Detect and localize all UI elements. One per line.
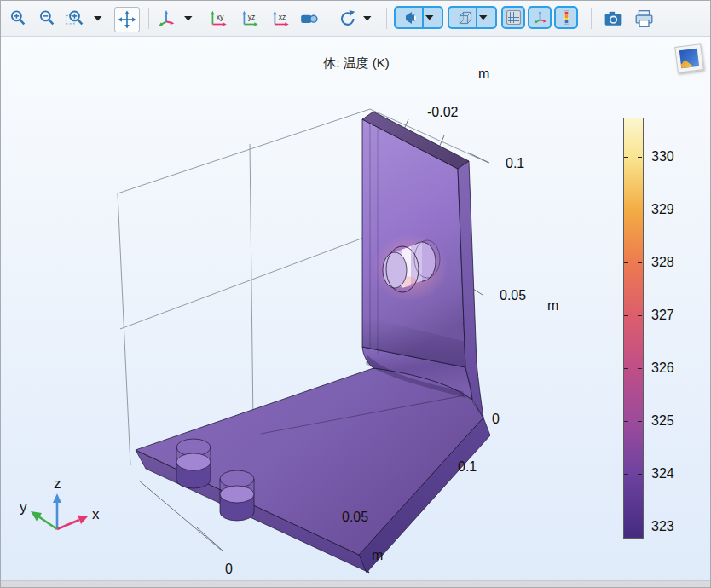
triad-y-label: y bbox=[20, 499, 27, 516]
y-axis-tick-label: -0.02 bbox=[427, 105, 458, 120]
colorbar-tick bbox=[624, 315, 628, 316]
colorbar-tick-label: 329 bbox=[651, 202, 674, 217]
toolbar-separator bbox=[148, 8, 149, 29]
colorbar-tick bbox=[624, 210, 628, 210]
comsol-graphics-window: xy yz xz bbox=[0, 0, 711, 588]
toolbar-separator bbox=[327, 8, 327, 29]
yz-plane-icon: yz bbox=[240, 9, 262, 28]
grid-toggle[interactable] bbox=[501, 6, 525, 29]
zoom-box-button[interactable] bbox=[63, 1, 87, 36]
grid-icon bbox=[506, 9, 522, 26]
colorbar-tick bbox=[638, 210, 642, 210]
default-view-button[interactable] bbox=[155, 1, 177, 36]
camera-icon bbox=[604, 9, 623, 27]
rotate-view-dropdown[interactable] bbox=[362, 1, 373, 36]
bracket-bolt bbox=[176, 439, 211, 488]
plot-title: 体: 温度 (K) bbox=[271, 55, 442, 72]
colorbar-tick bbox=[638, 315, 642, 316]
colorbar-tick bbox=[638, 527, 642, 527]
triad-z-label: z bbox=[54, 476, 61, 492]
xz-plane-icon: xz bbox=[270, 9, 292, 28]
view-yz-button[interactable]: yz bbox=[238, 1, 263, 36]
printer-icon bbox=[634, 9, 654, 28]
chevron-down-icon[interactable] bbox=[425, 15, 434, 20]
triad-x-label: x bbox=[92, 506, 100, 522]
y-axis-unit-label: m bbox=[478, 66, 489, 82]
colorbar-tick bbox=[638, 421, 642, 422]
color-legend-icon bbox=[558, 9, 575, 26]
colorbar-tick bbox=[624, 368, 628, 369]
axis-orientation-icon bbox=[532, 9, 548, 26]
colorbar-tick bbox=[624, 262, 628, 263]
zoom-in-button[interactable] bbox=[8, 1, 28, 36]
rotate-icon bbox=[338, 9, 357, 28]
zoom-out-icon bbox=[38, 9, 56, 27]
z-axis-tick-label: 0.1 bbox=[506, 156, 524, 171]
view-xy-button[interactable]: xy bbox=[206, 1, 232, 36]
graphics-toolbar: xy yz xz bbox=[1, 1, 710, 37]
axis-orientation-toggle[interactable] bbox=[528, 6, 552, 29]
colorbar-tick bbox=[624, 474, 628, 475]
svg-text:yz: yz bbox=[248, 13, 256, 21]
colorbar-tick-label: 327 bbox=[651, 308, 674, 323]
colorbar-tick-label: 323 bbox=[651, 519, 674, 534]
colorbar-tick-label: 326 bbox=[651, 360, 674, 376]
chevron-down-icon bbox=[363, 16, 372, 21]
colorbar-tick bbox=[624, 421, 628, 422]
projection-icon bbox=[299, 9, 320, 28]
rotate-view-button[interactable] bbox=[337, 1, 359, 36]
default-view-dropdown[interactable] bbox=[183, 1, 194, 36]
screenshot-button[interactable] bbox=[601, 1, 625, 36]
colorbar-tick bbox=[638, 368, 642, 369]
colorbar-tick bbox=[624, 527, 628, 527]
color-legend-toggle[interactable] bbox=[554, 6, 578, 29]
comsol-logo bbox=[674, 43, 704, 73]
print-button[interactable] bbox=[632, 1, 656, 36]
axis-triad: z y x bbox=[13, 476, 111, 543]
colorbar-tick-label: 328 bbox=[651, 255, 674, 270]
chevron-down-icon[interactable] bbox=[479, 15, 488, 20]
z-axis-tick-label: 0.05 bbox=[500, 288, 526, 303]
colorbar-tick bbox=[638, 157, 642, 158]
bracket-bolt bbox=[220, 470, 254, 521]
colorbar-tick-label: 330 bbox=[651, 149, 674, 164]
scene-light-icon bbox=[403, 9, 420, 26]
colorbar-tick-label: 324 bbox=[651, 466, 674, 481]
button-divider bbox=[476, 8, 477, 27]
scene-light-toggle[interactable] bbox=[394, 6, 443, 29]
svg-text:xy: xy bbox=[217, 13, 224, 21]
x-axis-tick-label: 0.1 bbox=[458, 459, 477, 475]
transparency-cube-icon bbox=[457, 9, 474, 26]
default-3d-view-icon bbox=[157, 9, 176, 28]
zoom-out-button[interactable] bbox=[37, 1, 57, 36]
zoom-extents-icon bbox=[118, 10, 136, 29]
toolbar-separator bbox=[386, 8, 387, 29]
zoom-box-icon bbox=[65, 9, 85, 27]
view-xz-button[interactable]: xz bbox=[269, 1, 294, 36]
zoom-extents-button[interactable] bbox=[114, 7, 140, 32]
colorbar-tick bbox=[638, 262, 642, 263]
zoom-box-dropdown[interactable] bbox=[93, 1, 103, 36]
projection-button[interactable] bbox=[298, 1, 321, 36]
z-axis-unit-label: m bbox=[547, 298, 558, 314]
z-axis-tick-label: 0 bbox=[492, 412, 500, 427]
chevron-down-icon bbox=[94, 16, 102, 21]
x-axis-tick-label: 0 bbox=[225, 562, 233, 577]
xy-plane-icon: xy bbox=[208, 9, 230, 28]
bracket-pin bbox=[373, 233, 448, 302]
color-legend-bar bbox=[623, 118, 644, 539]
x-axis-unit-label: m bbox=[372, 548, 383, 563]
svg-text:xz: xz bbox=[279, 13, 286, 21]
transparency-toggle[interactable] bbox=[448, 6, 497, 29]
zoom-in-icon bbox=[9, 9, 27, 27]
colorbar-tick bbox=[624, 157, 628, 158]
chevron-down-icon bbox=[184, 16, 193, 21]
x-axis-tick-label: 0.05 bbox=[342, 510, 368, 525]
window-bottom-strip bbox=[1, 580, 710, 587]
colorbar-tick-label: 325 bbox=[651, 413, 674, 429]
button-divider bbox=[422, 8, 424, 27]
colorbar-tick bbox=[638, 474, 642, 475]
toolbar-separator bbox=[591, 8, 592, 29]
